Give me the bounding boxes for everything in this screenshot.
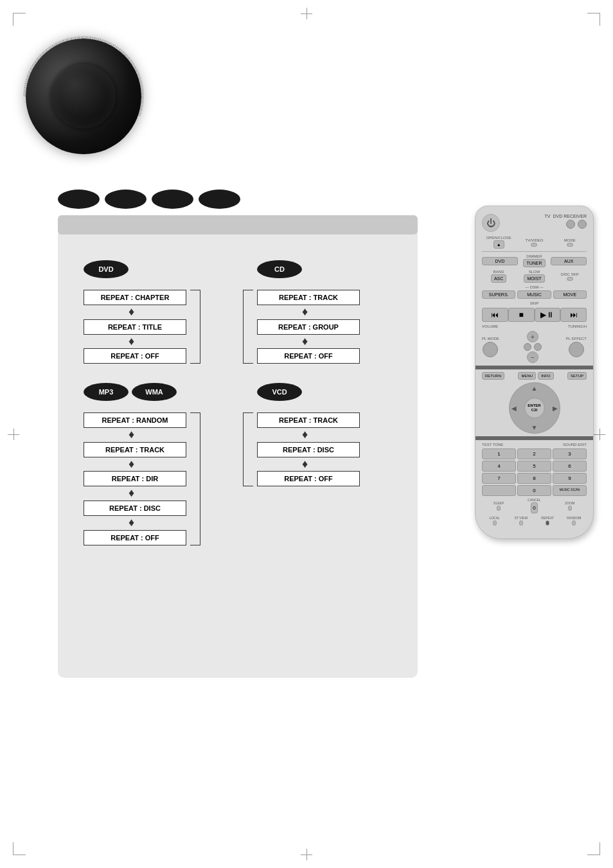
play-pause-button[interactable]: ▶⏸ — [535, 308, 561, 322]
cd-label: CD — [257, 260, 302, 278]
vcd-repeat-disc: REPEAT : DISC — [257, 442, 360, 457]
lens-image: 0101010101010101010101010101010101010101… — [26, 39, 154, 167]
num-5-button[interactable]: 5 — [517, 461, 551, 472]
corner-mark-br — [587, 842, 600, 855]
movie-button[interactable]: MOVE — [553, 290, 587, 299]
num-9-button[interactable]: 9 — [553, 473, 587, 484]
crosshair-right — [594, 429, 605, 440]
remote-row-1: OPEN/CLOSE ▲ TV/VIDEO MODE — [482, 236, 587, 249]
nav-up[interactable]: ▲ — [531, 385, 538, 392]
remote-row-dimmer: DVD DIMMER TUNER AUX — [482, 254, 587, 267]
zoom-button[interactable] — [568, 506, 572, 511]
sleep-button[interactable] — [497, 506, 501, 511]
dvd-select-button[interactable] — [578, 220, 587, 229]
asc-button[interactable]: ASC — [491, 274, 506, 283]
nav-left[interactable]: ◀ — [511, 405, 517, 412]
aux-button[interactable]: AUX — [551, 257, 587, 265]
num-1-button[interactable]: 1 — [482, 448, 516, 459]
mode-button[interactable] — [567, 243, 573, 247]
cd-repeat-off: REPEAT : OFF — [257, 348, 360, 364]
oval-button-2[interactable] — [105, 190, 147, 209]
oval-button-4[interactable] — [199, 190, 240, 209]
tuner-button[interactable]: TUNER — [523, 259, 545, 267]
return-button[interactable]: RETURN — [482, 372, 504, 380]
cd-repeat-group: REPEAT : GROUP — [257, 319, 360, 335]
num-6-button[interactable]: 6 — [553, 461, 587, 472]
cd-bracket — [243, 290, 253, 364]
wma-label: WMA — [132, 383, 177, 401]
mp3-repeat-disc: REPEAT : DISC — [84, 500, 186, 516]
nav-down[interactable]: ▼ — [531, 424, 538, 431]
dvd-repeat-chapter: REPEAT : CHAPTER — [84, 290, 186, 305]
cd-arrow-1: ♦ — [302, 305, 308, 319]
st-view-button[interactable] — [519, 520, 523, 526]
dvd-arrow-2: ♦ — [129, 335, 134, 349]
tv-select-button[interactable] — [566, 220, 575, 229]
corner-mark-tr — [587, 13, 600, 26]
remote-body: ⏻ TV DVD RECEIVER OPEN/CLOSE ▲ TV/VIDEO — [475, 206, 594, 539]
num-0-button[interactable]: 0 — [517, 485, 551, 496]
crosshair-bottom — [301, 849, 312, 860]
power-button[interactable]: ⏻ — [482, 214, 500, 232]
music-scan-button[interactable]: MUSIC SCAN — [553, 485, 587, 496]
remote-dark-band-2 — [475, 436, 593, 440]
mp3-arrow-2: ♦ — [129, 457, 134, 472]
diagram-mp3-header: MP3 WMA — [84, 383, 177, 406]
oval-button-1[interactable] — [58, 190, 100, 209]
pl-mode-button[interactable] — [483, 342, 498, 357]
open-close-button[interactable]: ▲ — [493, 240, 504, 249]
vcd-arrow-2: ♦ — [302, 457, 308, 472]
num-7-button[interactable]: 7 — [482, 473, 516, 484]
diagram-vcd-header: VCD — [257, 383, 302, 406]
num-2-button[interactable]: 2 — [517, 448, 551, 459]
vol-down-button[interactable]: − — [527, 351, 538, 363]
crosshair-top — [301, 8, 312, 19]
supers-button[interactable]: SUPERS. — [482, 290, 515, 299]
num-8-button[interactable]: 8 — [517, 473, 551, 484]
oval-button-3[interactable] — [152, 190, 193, 209]
mp3-bracket — [190, 412, 200, 545]
mp3-label: MP3 — [84, 383, 129, 401]
info-button[interactable]: INFO — [538, 372, 553, 380]
svg-text:010101010101010101010101010101: 0101010101010101010101010101010101010101… — [22, 35, 145, 117]
diagram-mp3: MP3 WMA REPEAT : RANDOM ♦ REPEAT : TRACK… — [77, 383, 225, 545]
enter-button[interactable]: ENTER C2I — [524, 398, 545, 418]
diagrams-grid: DVD REPEAT : CHAPTER ♦ REPEAT : TITLE ♦ … — [71, 247, 405, 558]
dvd-btn[interactable]: DVD — [482, 257, 518, 265]
prev-button[interactable]: ⏮ — [482, 308, 508, 322]
nav-cross: ▲ ▼ ◀ ▶ ENTER C2I — [509, 382, 560, 434]
disc-skip-button[interactable] — [567, 277, 573, 281]
mp3-arrow-3: ♦ — [129, 486, 134, 500]
num-4-button[interactable]: 4 — [482, 461, 516, 472]
random-button[interactable] — [572, 520, 576, 526]
stop-button[interactable]: ■ — [508, 308, 535, 322]
tune-left-button[interactable] — [524, 343, 531, 351]
dvd-label: DVD — [84, 260, 129, 278]
setup-button[interactable]: SETUP — [567, 372, 587, 380]
remote-row-sleep: SLEEP CANCEL 0 ZOOM — [482, 498, 587, 513]
diagram-dvd: DVD REPEAT : CHAPTER ♦ REPEAT : TITLE ♦ … — [77, 260, 225, 364]
vcd-repeat-track: REPEAT : TRACK — [257, 412, 360, 428]
next-button[interactable]: ⏭ — [560, 308, 587, 322]
slow-button[interactable]: MOIST — [524, 274, 544, 283]
remote-control: ⏻ TV DVD RECEIVER OPEN/CLOSE ▲ TV/VIDEO — [475, 206, 594, 539]
menu-button[interactable]: MENU — [518, 372, 536, 380]
effect-button[interactable] — [569, 342, 584, 357]
vol-up-button[interactable]: + — [527, 331, 538, 342]
nav-right[interactable]: ▶ — [553, 405, 558, 412]
mp3-repeat-dir: REPEAT : DIR — [84, 471, 186, 486]
music-button[interactable]: MUSIC — [517, 290, 551, 299]
num-extra-button[interactable] — [482, 485, 516, 496]
cancel-button[interactable]: 0 — [531, 502, 537, 513]
repeat-button[interactable] — [546, 520, 549, 526]
dvd-repeat-title: REPEAT : TITLE — [84, 319, 186, 335]
local-button[interactable] — [493, 520, 497, 526]
mp3-repeat-track: REPEAT : TRACK — [84, 442, 186, 457]
corner-mark-tl — [13, 13, 26, 26]
numpad: 1 2 3 4 5 6 7 8 9 0 MUSIC SCAN — [482, 448, 587, 496]
diagram-dvd-header: DVD — [84, 260, 129, 283]
tv-video-button[interactable] — [531, 243, 537, 247]
tune-right-button[interactable] — [534, 343, 542, 351]
num-3-button[interactable]: 3 — [553, 448, 587, 459]
diagram-cd: CD REPEAT : TRACK ♦ REPEAT : GROUP ♦ REP… — [251, 260, 398, 364]
